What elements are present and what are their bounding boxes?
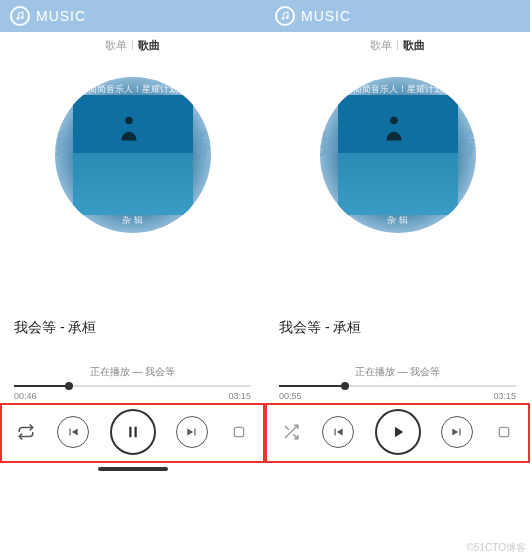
controls-bar <box>265 403 530 463</box>
app-header: MUSIC <box>265 0 530 32</box>
controls-bar <box>0 403 265 463</box>
time-row: 00:46 03:15 <box>0 387 265 403</box>
svg-point-8 <box>390 117 398 125</box>
progress-knob[interactable] <box>341 382 349 390</box>
progress-bar[interactable] <box>0 385 265 387</box>
album-art-container: 我 等 简简音乐人！星耀计划 杂 辑 <box>265 59 530 247</box>
playlist-button[interactable] <box>494 422 514 442</box>
time-duration: 03:15 <box>493 391 516 401</box>
now-playing-text: 正在播放 — 我会等 <box>265 337 530 385</box>
svg-point-2 <box>125 117 133 125</box>
next-button[interactable] <box>176 416 208 448</box>
album-art[interactable]: 我 等 简简音乐人！星耀计划 杂 辑 <box>55 77 211 233</box>
player-pane-left: MUSIC 歌单 | 歌曲 我 等 简简音乐人！星耀计划 杂 辑 我会等 - 承… <box>0 0 265 471</box>
home-indicator[interactable] <box>98 467 168 471</box>
loop-button[interactable] <box>16 422 36 442</box>
svg-rect-9 <box>499 427 508 436</box>
brand-title: MUSIC <box>301 8 351 24</box>
time-row: 00:55 03:15 <box>265 387 530 403</box>
time-current: 00:46 <box>14 391 37 401</box>
art-label: 杂 辑 <box>55 214 211 227</box>
play-button[interactable] <box>375 409 421 455</box>
playlist-button[interactable] <box>229 422 249 442</box>
svg-rect-5 <box>234 427 243 436</box>
time-current: 00:55 <box>279 391 302 401</box>
brand-title: MUSIC <box>36 8 86 24</box>
now-playing-text: 正在播放 — 我会等 <box>0 337 265 385</box>
music-logo-icon <box>275 6 295 26</box>
shuffle-button[interactable] <box>281 422 301 442</box>
tab-song[interactable]: 歌曲 <box>134 38 164 53</box>
track-title: 我会等 - 承桓 <box>0 319 265 337</box>
player-pane-right: MUSIC 歌单 | 歌曲 我 等 简简音乐人！星耀计划 杂 辑 我会等 - 承… <box>265 0 530 471</box>
svg-point-7 <box>286 17 288 19</box>
watermark: ©51CTO博客 <box>467 541 526 555</box>
progress-bar[interactable] <box>265 385 530 387</box>
silhouette-icon <box>379 111 409 145</box>
album-art-container: 我 等 简简音乐人！星耀计划 杂 辑 <box>0 59 265 247</box>
time-duration: 03:15 <box>228 391 251 401</box>
tab-playlist[interactable]: 歌单 <box>101 38 131 53</box>
track-title: 我会等 - 承桓 <box>265 319 530 337</box>
tab-playlist[interactable]: 歌单 <box>366 38 396 53</box>
album-art[interactable]: 我 等 简简音乐人！星耀计划 杂 辑 <box>320 77 476 233</box>
tab-song[interactable]: 歌曲 <box>399 38 429 53</box>
prev-button[interactable] <box>322 416 354 448</box>
progress-knob[interactable] <box>65 382 73 390</box>
svg-rect-3 <box>129 427 131 438</box>
svg-point-1 <box>21 17 23 19</box>
music-logo-icon <box>10 6 30 26</box>
pause-button[interactable] <box>110 409 156 455</box>
tab-bar: 歌单 | 歌曲 <box>265 32 530 59</box>
progress-fill <box>14 385 69 387</box>
art-label: 杂 辑 <box>320 214 476 227</box>
tab-bar: 歌单 | 歌曲 <box>0 32 265 59</box>
svg-point-6 <box>282 18 284 20</box>
app-header: MUSIC <box>0 0 265 32</box>
prev-button[interactable] <box>57 416 89 448</box>
svg-rect-4 <box>134 427 136 438</box>
silhouette-icon <box>114 111 144 145</box>
next-button[interactable] <box>441 416 473 448</box>
svg-point-0 <box>17 18 19 20</box>
progress-fill <box>279 385 345 387</box>
